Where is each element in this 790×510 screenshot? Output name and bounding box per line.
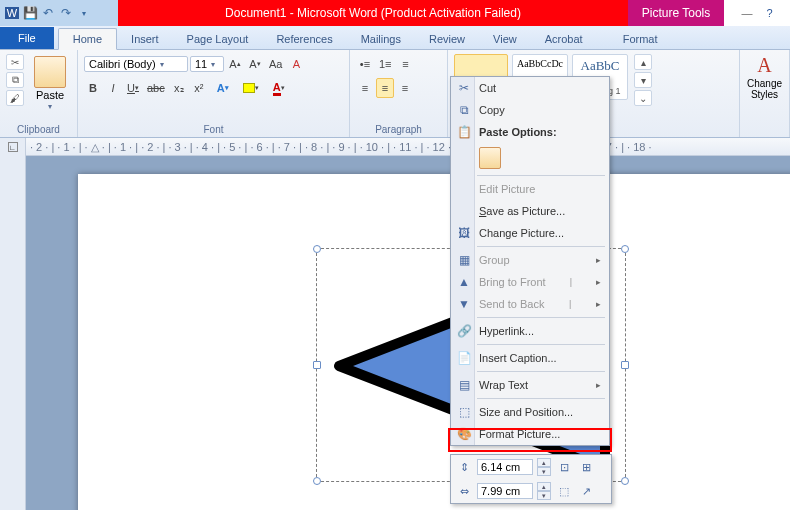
undo-icon[interactable]: ↶ (40, 5, 56, 21)
shrink-font-button[interactable]: A▾ (246, 54, 264, 74)
ctx-send-to-back: ▼Send to Back|▸ (451, 293, 609, 315)
paste-icon: 📋 (455, 123, 473, 141)
ctx-format-picture[interactable]: 🎨Format Picture... (451, 423, 609, 445)
caption-icon: 📄 (455, 349, 473, 367)
bullets-button[interactable]: •≡ (356, 54, 374, 74)
highlight-button[interactable]: ▾ (238, 78, 264, 98)
workspace (26, 156, 790, 510)
format-picture-icon: 🎨 (455, 425, 473, 443)
align-right-button[interactable]: ≡ (396, 78, 414, 98)
cut-button[interactable]: ✂ (6, 54, 24, 70)
italic-button[interactable]: I (104, 78, 122, 98)
tab-references[interactable]: References (262, 29, 346, 49)
window-controls: — ? (724, 0, 790, 26)
underline-button[interactable]: U▾ (124, 78, 142, 98)
qat-dropdown-icon[interactable]: ▾ (76, 5, 92, 21)
quick-access-toolbar: W 💾 ↶ ↷ ▾ (0, 0, 118, 26)
height-input[interactable] (477, 459, 533, 475)
grow-font-button[interactable]: A▴ (226, 54, 244, 74)
styles-row-down[interactable]: ▾ (634, 72, 652, 88)
hyperlink-icon: 🔗 (455, 322, 473, 340)
context-menu: ✂Cut ⧉Copy 📋Paste Options: Edit Picture … (450, 76, 610, 446)
paste-button[interactable]: Paste ▾ (28, 54, 72, 113)
height-icon: ⇕ (455, 458, 473, 476)
copy-button[interactable]: ⧉ (6, 72, 24, 88)
ctx-save-as-picture[interactable]: Save as Picture... (451, 200, 609, 222)
ctx-wrap-text[interactable]: ▤Wrap Text▸ (451, 374, 609, 396)
bold-button[interactable]: B (84, 78, 102, 98)
tab-home[interactable]: Home (58, 28, 117, 50)
svg-text:W: W (7, 7, 18, 19)
tab-view[interactable]: View (479, 29, 531, 49)
change-case-button[interactable]: Aa (266, 54, 285, 74)
size-icon: ⬚ (455, 403, 473, 421)
cut-icon: ✂ (455, 79, 473, 97)
crop-more-icon[interactable]: ⊞ (577, 458, 595, 476)
clear-formatting-button[interactable]: A (287, 54, 305, 74)
layout-dialog-icon[interactable]: ↗ (577, 482, 595, 500)
save-icon[interactable]: 💾 (22, 5, 38, 21)
font-size-select[interactable]: 11▾ (190, 56, 224, 72)
crop-icon[interactable]: ⊡ (555, 458, 573, 476)
ruler-corner[interactable]: ∟ (0, 138, 26, 156)
numbering-button[interactable]: 1≡ (376, 54, 395, 74)
change-styles-button[interactable]: A Change Styles (746, 54, 783, 100)
ctx-change-picture[interactable]: 🖼Change Picture... (451, 222, 609, 244)
subscript-button[interactable]: x₂ (170, 78, 188, 98)
height-spinner[interactable]: ▴▾ (537, 458, 551, 476)
ctx-cut[interactable]: ✂Cut (451, 77, 609, 99)
help-button[interactable]: ? (766, 7, 772, 19)
format-painter-button[interactable]: 🖌 (6, 90, 24, 106)
send-back-icon: ▼ (455, 295, 473, 313)
width-spinner[interactable]: ▴▾ (537, 482, 551, 500)
ctx-hyperlink[interactable]: 🔗Hyperlink... (451, 320, 609, 342)
page[interactable] (78, 174, 790, 510)
font-color-button[interactable]: A▾ (266, 78, 292, 98)
ctx-bring-to-front: ▲Bring to Front|▸ (451, 271, 609, 293)
group-change-styles: A Change Styles (740, 50, 790, 137)
align-left-button[interactable]: ≡ (356, 78, 374, 98)
wrap-text-icon: ▤ (455, 376, 473, 394)
group-label-paragraph: Paragraph (356, 122, 441, 135)
position-icon[interactable]: ⬚ (555, 482, 573, 500)
styles-row-up[interactable]: ▴ (634, 54, 652, 70)
tab-acrobat[interactable]: Acrobat (531, 29, 597, 49)
ribbon-tabs: File Home Insert Page Layout References … (0, 26, 790, 50)
ruler-horizontal[interactable]: · 2 · | · 1 · | · △ · | · 1 · | · 2 · | … (26, 138, 790, 156)
copy-icon: ⧉ (455, 101, 473, 119)
tab-mailings[interactable]: Mailings (347, 29, 415, 49)
redo-icon[interactable]: ↷ (58, 5, 74, 21)
group-font: Calibri (Body)▾ 11▾ A▴ A▾ Aa A B I U▾ ab… (78, 50, 350, 137)
change-picture-icon: 🖼 (455, 224, 473, 242)
minimize-button[interactable]: — (741, 7, 752, 19)
strikethrough-button[interactable]: abc (144, 78, 168, 98)
tab-file[interactable]: File (0, 27, 54, 49)
tab-insert[interactable]: Insert (117, 29, 173, 49)
multilevel-button[interactable]: ≡ (397, 54, 415, 74)
ruler-vertical[interactable] (0, 156, 26, 510)
group-label-clipboard: Clipboard (6, 122, 71, 135)
bring-front-icon: ▲ (455, 273, 473, 291)
width-input[interactable] (477, 483, 533, 499)
tab-page-layout[interactable]: Page Layout (173, 29, 263, 49)
ctx-paste-options-label: 📋Paste Options: (451, 121, 609, 143)
width-icon: ⇔ (455, 482, 473, 500)
word-icon: W (4, 5, 20, 21)
tab-format[interactable]: Format (609, 29, 672, 49)
group-paragraph: •≡ 1≡ ≡ ≡ ≡ ≡ Paragraph (350, 50, 448, 137)
align-center-button[interactable]: ≡ (376, 78, 394, 98)
ctx-size-position[interactable]: ⬚Size and Position... (451, 401, 609, 423)
ctx-copy[interactable]: ⧉Copy (451, 99, 609, 121)
paste-label: Paste (36, 89, 64, 101)
ruler-area: ∟ · 2 · | · 1 · | · △ · | · 1 · | · 2 · … (0, 138, 790, 156)
picture-tools-tab-header: Picture Tools (628, 0, 724, 26)
tab-review[interactable]: Review (415, 29, 479, 49)
ctx-insert-caption[interactable]: 📄Insert Caption... (451, 347, 609, 369)
ctx-paste-option[interactable] (451, 143, 609, 173)
paste-icon (34, 56, 66, 88)
size-mini-toolbar: ⇕ ▴▾ ⊡ ⊞ ⇔ ▴▾ ⬚ ↗ (450, 454, 612, 504)
font-name-select[interactable]: Calibri (Body)▾ (84, 56, 188, 72)
superscript-button[interactable]: x² (190, 78, 208, 98)
styles-expand[interactable]: ⌄ (634, 90, 652, 106)
text-effects-button[interactable]: A▾ (210, 78, 236, 98)
